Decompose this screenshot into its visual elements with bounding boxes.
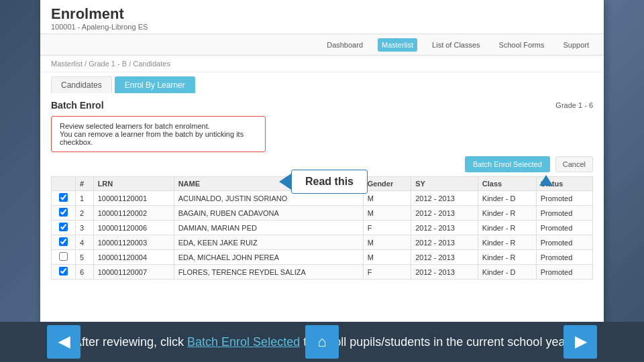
batch-enrol-header: Batch Enrol Grade 1 - 6	[51, 100, 593, 111]
row-name: DAMIAN, MARIAN PED	[174, 221, 363, 235]
row-checkbox-cell	[52, 235, 76, 250]
batch-enrol-title: Batch Enrol	[51, 100, 104, 111]
col-gender: Gender	[363, 177, 411, 191]
col-lrn: LRN	[93, 177, 174, 191]
row-num: 1	[76, 191, 94, 206]
col-class: Class	[478, 177, 536, 191]
row-gender: M	[363, 250, 411, 265]
bottom-prefix: After reviewing, click	[74, 335, 187, 349]
cancel-button[interactable]: Cancel	[555, 156, 593, 172]
row-lrn: 100001120002	[93, 206, 174, 221]
row-sy: 2012 - 2013	[411, 250, 478, 265]
row-checkbox[interactable]	[59, 252, 68, 261]
row-checkbox-cell	[52, 250, 76, 265]
navbar: Dashboard Masterlist List of Classes Sch…	[40, 34, 604, 56]
tab-enrol-by-learner[interactable]: Enrol By Learner	[115, 76, 195, 93]
info-line1: Review selected learners for batch enrol…	[60, 122, 257, 130]
row-status: Promoted	[536, 250, 592, 265]
table-row: 4 100001120003 EDA, KEEN JAKE RUIZ M 201…	[52, 235, 593, 250]
row-sy: 2012 - 2013	[411, 235, 478, 250]
prev-nav-button[interactable]: ◀	[47, 325, 80, 359]
page-subtitle: 100001 - Apaleng-Librong ES	[51, 23, 593, 31]
row-checkbox-cell	[52, 191, 76, 206]
bottom-suffix: to enroll pupils/students in the current…	[300, 335, 569, 349]
row-num: 6	[76, 265, 94, 280]
row-checkbox-cell	[52, 206, 76, 221]
row-num: 4	[76, 235, 94, 250]
next-arrow-icon: ▶	[575, 333, 586, 351]
nav-school-forms[interactable]: School Forms	[495, 38, 549, 52]
row-sy: 2012 - 2013	[411, 206, 478, 221]
table-row: 2 100001120002 BAGAIN, RUBEN CADAVONA M …	[52, 206, 593, 221]
row-status: Promoted	[536, 265, 592, 280]
nav-dashboard[interactable]: Dashboard	[323, 38, 367, 52]
main-panel: Enrolment 100001 - Apaleng-Librong ES Da…	[40, 0, 604, 322]
row-checkbox-cell	[52, 265, 76, 280]
row-name: FLORES, TERENCE REYDEL SALIZA	[174, 265, 363, 280]
row-checkbox[interactable]	[59, 208, 68, 217]
row-class: Kinder - R	[478, 221, 536, 235]
next-nav-button[interactable]: ▶	[564, 325, 597, 359]
content-area: Batch Enrol Grade 1 - 6 Review selected …	[40, 93, 604, 286]
row-name: EDA, MICHAEL JOHN PEREA	[174, 250, 363, 265]
annotation-container: Read this	[279, 170, 368, 194]
row-name: EDA, KEEN JAKE RUIZ	[174, 235, 363, 250]
row-lrn: 100001120007	[93, 265, 174, 280]
row-gender: F	[363, 265, 411, 280]
col-num: #	[76, 177, 94, 191]
table-row: 6 100001120007 FLORES, TERENCE REYDEL SA…	[52, 265, 593, 280]
grade-info: Grade 1 - 6	[555, 101, 593, 109]
table-row: 3 100001120006 DAMIAN, MARIAN PED F 2012…	[52, 221, 593, 235]
row-class: Kinder - D	[478, 191, 536, 206]
row-gender: M	[363, 235, 411, 250]
row-name: BAGAIN, RUBEN CADAVONA	[174, 206, 363, 221]
row-class: Kinder - R	[478, 235, 536, 250]
row-sy: 2012 - 2013	[411, 221, 478, 235]
row-lrn: 100001120003	[93, 235, 174, 250]
row-lrn: 100001120004	[93, 250, 174, 265]
col-sy: SY	[411, 177, 478, 191]
info-box: Review selected learners for batch enrol…	[51, 116, 266, 152]
row-num: 2	[76, 206, 94, 221]
bottom-nav: ◀ After reviewing, click Batch Enrol Sel…	[0, 322, 644, 362]
row-status: Promoted	[536, 221, 592, 235]
row-num: 3	[76, 221, 94, 235]
tabs: Candidates Enrol By Learner	[40, 72, 604, 93]
row-checkbox[interactable]	[59, 237, 68, 246]
home-nav-button[interactable]: ⌂	[305, 325, 339, 359]
nav-masterlist[interactable]: Masterlist	[378, 38, 417, 52]
row-status: Promoted	[536, 191, 592, 206]
col-checkbox	[52, 177, 76, 191]
table-row: 5 100001120004 EDA, MICHAEL JOHN PEREA M…	[52, 250, 593, 265]
row-checkbox[interactable]	[59, 193, 68, 202]
row-lrn: 100001120006	[93, 221, 174, 235]
row-class: Kinder - R	[478, 250, 536, 265]
annotation-arrow-icon	[279, 174, 291, 190]
row-checkbox[interactable]	[59, 267, 68, 276]
row-num: 5	[76, 250, 94, 265]
row-gender: M	[363, 206, 411, 221]
batch-enrol-selected-button[interactable]: Batch Enrol Selected	[465, 156, 550, 172]
row-status: Promoted	[536, 235, 592, 250]
page-title: Enrolment	[51, 5, 593, 23]
row-checkbox[interactable]	[59, 223, 68, 231]
row-gender: F	[363, 221, 411, 235]
row-class: Kinder - R	[478, 206, 536, 221]
header: Enrolment 100001 - Apaleng-Librong ES	[40, 0, 604, 34]
prev-arrow-icon: ◀	[58, 333, 70, 351]
row-status: Promoted	[536, 206, 592, 221]
row-class: Kinder - D	[478, 265, 536, 280]
row-checkbox-cell	[52, 221, 76, 235]
batch-enrol-link[interactable]: Batch Enrol Selected	[187, 335, 300, 349]
row-sy: 2012 - 2013	[411, 265, 478, 280]
tab-candidates[interactable]: Candidates	[51, 76, 112, 93]
button-arrow-icon	[539, 175, 553, 186]
nav-support[interactable]: Support	[559, 38, 593, 52]
annotation-label: Read this	[291, 170, 368, 194]
row-lrn: 100001120001	[93, 191, 174, 206]
row-sy: 2012 - 2013	[411, 191, 478, 206]
home-icon: ⌂	[317, 333, 326, 351]
breadcrumb: Masterlist / Grade 1 - B / Candidates	[40, 56, 604, 72]
nav-list-of-classes[interactable]: List of Classes	[428, 38, 484, 52]
info-line2: You can remove a learner from the batch …	[60, 130, 257, 146]
